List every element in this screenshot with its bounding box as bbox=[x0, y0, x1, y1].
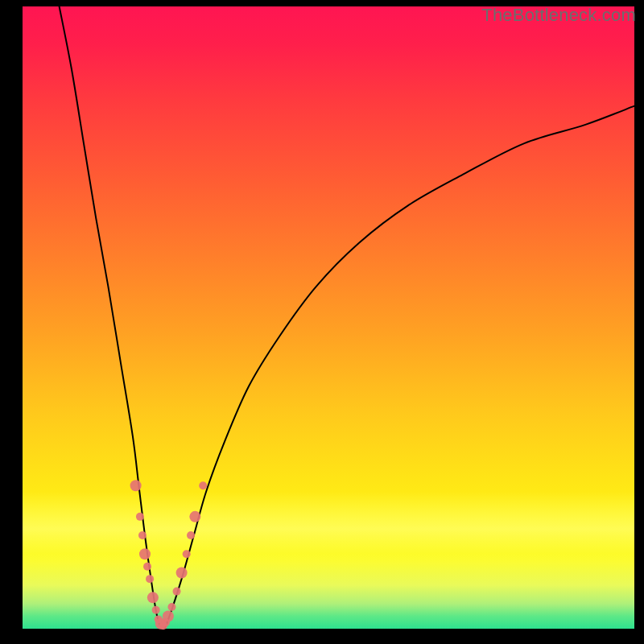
highlight-dot bbox=[152, 606, 160, 614]
highlight-dot bbox=[173, 588, 181, 596]
highlight-dot bbox=[187, 531, 195, 539]
highlight-dot bbox=[163, 611, 174, 622]
highlight-dot bbox=[189, 511, 200, 522]
highlight-dot bbox=[143, 563, 151, 571]
highlight-dot bbox=[155, 615, 163, 623]
highlight-dot bbox=[130, 480, 142, 491]
curve-svg bbox=[23, 6, 634, 629]
highlight-dot bbox=[176, 567, 188, 578]
highlight-dot bbox=[183, 550, 191, 558]
highlight-dot bbox=[136, 513, 144, 521]
highlight-dot bbox=[146, 575, 154, 583]
highlight-dots bbox=[130, 480, 208, 630]
highlight-dot bbox=[139, 548, 151, 559]
highlight-dot bbox=[199, 481, 207, 489]
chart-frame: TheBottleneck.com bbox=[0, 0, 644, 644]
highlight-dot bbox=[162, 618, 170, 626]
highlight-dot bbox=[167, 603, 175, 611]
highlight-dot bbox=[138, 531, 147, 539]
highlight-dot bbox=[155, 618, 167, 630]
plot-area bbox=[23, 6, 634, 629]
bottleneck-curve bbox=[60, 6, 634, 629]
haze-band bbox=[23, 492, 634, 554]
highlight-dot bbox=[147, 592, 159, 603]
highlight-dot bbox=[159, 621, 167, 630]
